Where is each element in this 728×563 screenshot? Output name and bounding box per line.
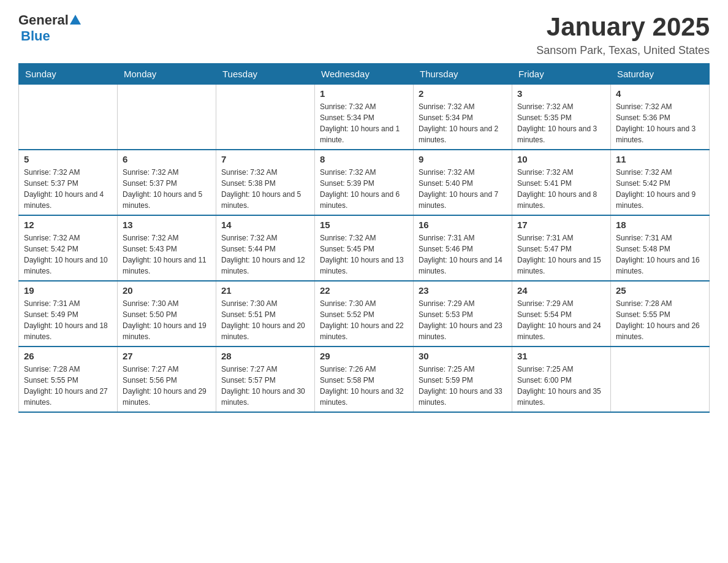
day-info: Sunrise: 7:32 AMSunset: 5:41 PMDaylight:… bbox=[517, 167, 605, 211]
day-info: Sunrise: 7:25 AMSunset: 6:00 PMDaylight:… bbox=[517, 364, 605, 408]
calendar-week-4: 19Sunrise: 7:31 AMSunset: 5:49 PMDayligh… bbox=[19, 281, 710, 347]
weekday-header-tuesday: Tuesday bbox=[216, 64, 315, 85]
calendar-cell: 10Sunrise: 7:32 AMSunset: 5:41 PMDayligh… bbox=[512, 150, 611, 215]
day-info: Sunrise: 7:27 AMSunset: 5:57 PMDaylight:… bbox=[221, 364, 309, 408]
weekday-header-thursday: Thursday bbox=[414, 64, 512, 85]
weekday-header-monday: Monday bbox=[118, 64, 216, 85]
day-number: 29 bbox=[320, 351, 408, 361]
weekday-header-friday: Friday bbox=[512, 64, 611, 85]
calendar-cell: 18Sunrise: 7:31 AMSunset: 5:48 PMDayligh… bbox=[611, 215, 710, 281]
logo: General Blue bbox=[18, 12, 82, 44]
calendar-cell: 6Sunrise: 7:32 AMSunset: 5:37 PMDaylight… bbox=[118, 150, 216, 215]
day-info: Sunrise: 7:31 AMSunset: 5:46 PMDaylight:… bbox=[419, 232, 507, 277]
calendar-cell bbox=[216, 85, 315, 150]
weekday-header-sunday: Sunday bbox=[19, 64, 118, 85]
calendar-cell: 9Sunrise: 7:32 AMSunset: 5:40 PMDaylight… bbox=[414, 150, 512, 215]
day-info: Sunrise: 7:32 AMSunset: 5:39 PMDaylight:… bbox=[320, 167, 408, 211]
day-info: Sunrise: 7:28 AMSunset: 5:55 PMDaylight:… bbox=[616, 298, 704, 342]
day-number: 18 bbox=[616, 220, 704, 230]
calendar-table: SundayMondayTuesdayWednesdayThursdayFrid… bbox=[18, 63, 710, 413]
calendar-cell: 15Sunrise: 7:32 AMSunset: 5:45 PMDayligh… bbox=[315, 215, 414, 281]
calendar-cell: 27Sunrise: 7:27 AMSunset: 5:56 PMDayligh… bbox=[118, 347, 216, 412]
day-number: 4 bbox=[616, 88, 704, 99]
day-number: 22 bbox=[320, 285, 408, 296]
day-number: 10 bbox=[517, 154, 605, 164]
calendar-cell: 4Sunrise: 7:32 AMSunset: 5:36 PMDaylight… bbox=[611, 85, 710, 150]
logo-blue-text: Blue bbox=[21, 28, 50, 44]
day-number: 8 bbox=[320, 154, 408, 164]
day-number: 26 bbox=[24, 351, 112, 361]
day-info: Sunrise: 7:32 AMSunset: 5:36 PMDaylight:… bbox=[616, 101, 704, 145]
calendar-cell: 14Sunrise: 7:32 AMSunset: 5:44 PMDayligh… bbox=[216, 215, 315, 281]
day-number: 7 bbox=[221, 154, 309, 164]
calendar-cell: 17Sunrise: 7:31 AMSunset: 5:47 PMDayligh… bbox=[512, 215, 611, 281]
day-number: 5 bbox=[24, 154, 112, 164]
calendar-cell: 25Sunrise: 7:28 AMSunset: 5:55 PMDayligh… bbox=[611, 281, 710, 347]
day-number: 6 bbox=[123, 154, 211, 164]
day-info: Sunrise: 7:26 AMSunset: 5:58 PMDaylight:… bbox=[320, 364, 408, 408]
calendar-cell: 13Sunrise: 7:32 AMSunset: 5:43 PMDayligh… bbox=[118, 215, 216, 281]
day-info: Sunrise: 7:32 AMSunset: 5:42 PMDaylight:… bbox=[24, 232, 112, 277]
day-info: Sunrise: 7:30 AMSunset: 5:52 PMDaylight:… bbox=[320, 298, 408, 342]
day-number: 1 bbox=[320, 88, 408, 99]
day-number: 23 bbox=[419, 285, 507, 296]
svg-marker-0 bbox=[70, 15, 81, 25]
weekday-header-row: SundayMondayTuesdayWednesdayThursdayFrid… bbox=[19, 64, 710, 85]
day-number: 9 bbox=[419, 154, 507, 164]
calendar-week-1: 1Sunrise: 7:32 AMSunset: 5:34 PMDaylight… bbox=[19, 85, 710, 150]
day-number: 31 bbox=[517, 351, 605, 361]
day-number: 21 bbox=[221, 285, 309, 296]
calendar-week-3: 12Sunrise: 7:32 AMSunset: 5:42 PMDayligh… bbox=[19, 215, 710, 281]
day-info: Sunrise: 7:30 AMSunset: 5:50 PMDaylight:… bbox=[123, 298, 211, 342]
logo-icon bbox=[69, 13, 82, 27]
day-info: Sunrise: 7:32 AMSunset: 5:35 PMDaylight:… bbox=[517, 101, 605, 145]
calendar-cell: 7Sunrise: 7:32 AMSunset: 5:38 PMDaylight… bbox=[216, 150, 315, 215]
day-number: 3 bbox=[517, 88, 605, 99]
calendar-cell: 20Sunrise: 7:30 AMSunset: 5:50 PMDayligh… bbox=[118, 281, 216, 347]
day-info: Sunrise: 7:31 AMSunset: 5:49 PMDaylight:… bbox=[24, 298, 112, 342]
calendar-cell: 28Sunrise: 7:27 AMSunset: 5:57 PMDayligh… bbox=[216, 347, 315, 412]
calendar-cell bbox=[118, 85, 216, 150]
day-number: 11 bbox=[616, 154, 704, 164]
day-info: Sunrise: 7:32 AMSunset: 5:43 PMDaylight:… bbox=[123, 232, 211, 277]
day-info: Sunrise: 7:32 AMSunset: 5:40 PMDaylight:… bbox=[419, 167, 507, 211]
day-info: Sunrise: 7:32 AMSunset: 5:37 PMDaylight:… bbox=[123, 167, 211, 211]
day-number: 15 bbox=[320, 220, 408, 230]
day-info: Sunrise: 7:32 AMSunset: 5:45 PMDaylight:… bbox=[320, 232, 408, 277]
logo-general-text: General bbox=[18, 12, 69, 28]
calendar-cell: 8Sunrise: 7:32 AMSunset: 5:39 PMDaylight… bbox=[315, 150, 414, 215]
calendar-cell: 22Sunrise: 7:30 AMSunset: 5:52 PMDayligh… bbox=[315, 281, 414, 347]
day-number: 14 bbox=[221, 220, 309, 230]
calendar-cell: 31Sunrise: 7:25 AMSunset: 6:00 PMDayligh… bbox=[512, 347, 611, 412]
day-number: 30 bbox=[419, 351, 507, 361]
calendar-cell: 12Sunrise: 7:32 AMSunset: 5:42 PMDayligh… bbox=[19, 215, 118, 281]
day-info: Sunrise: 7:32 AMSunset: 5:44 PMDaylight:… bbox=[221, 232, 309, 277]
day-number: 24 bbox=[517, 285, 605, 296]
day-number: 2 bbox=[419, 88, 507, 99]
day-number: 19 bbox=[24, 285, 112, 296]
calendar-week-2: 5Sunrise: 7:32 AMSunset: 5:37 PMDaylight… bbox=[19, 150, 710, 215]
location-subtitle: Sansom Park, Texas, United States bbox=[536, 44, 710, 57]
calendar-cell bbox=[19, 85, 118, 150]
calendar-cell bbox=[611, 347, 710, 412]
calendar-cell: 21Sunrise: 7:30 AMSunset: 5:51 PMDayligh… bbox=[216, 281, 315, 347]
day-info: Sunrise: 7:29 AMSunset: 5:54 PMDaylight:… bbox=[517, 298, 605, 342]
day-number: 12 bbox=[24, 220, 112, 230]
weekday-header-wednesday: Wednesday bbox=[315, 64, 414, 85]
calendar-cell: 5Sunrise: 7:32 AMSunset: 5:37 PMDaylight… bbox=[19, 150, 118, 215]
title-section: January 2025 Sansom Park, Texas, United … bbox=[536, 12, 710, 57]
calendar-cell: 24Sunrise: 7:29 AMSunset: 5:54 PMDayligh… bbox=[512, 281, 611, 347]
day-info: Sunrise: 7:32 AMSunset: 5:38 PMDaylight:… bbox=[221, 167, 309, 211]
day-number: 25 bbox=[616, 285, 704, 296]
day-number: 27 bbox=[123, 351, 211, 361]
day-info: Sunrise: 7:27 AMSunset: 5:56 PMDaylight:… bbox=[123, 364, 211, 408]
day-number: 13 bbox=[123, 220, 211, 230]
day-number: 17 bbox=[517, 220, 605, 230]
day-info: Sunrise: 7:32 AMSunset: 5:34 PMDaylight:… bbox=[320, 101, 408, 145]
day-number: 28 bbox=[221, 351, 309, 361]
day-info: Sunrise: 7:31 AMSunset: 5:48 PMDaylight:… bbox=[616, 232, 704, 277]
day-info: Sunrise: 7:31 AMSunset: 5:47 PMDaylight:… bbox=[517, 232, 605, 277]
day-info: Sunrise: 7:29 AMSunset: 5:53 PMDaylight:… bbox=[419, 298, 507, 342]
calendar-week-5: 26Sunrise: 7:28 AMSunset: 5:55 PMDayligh… bbox=[19, 347, 710, 412]
day-info: Sunrise: 7:25 AMSunset: 5:59 PMDaylight:… bbox=[419, 364, 507, 408]
